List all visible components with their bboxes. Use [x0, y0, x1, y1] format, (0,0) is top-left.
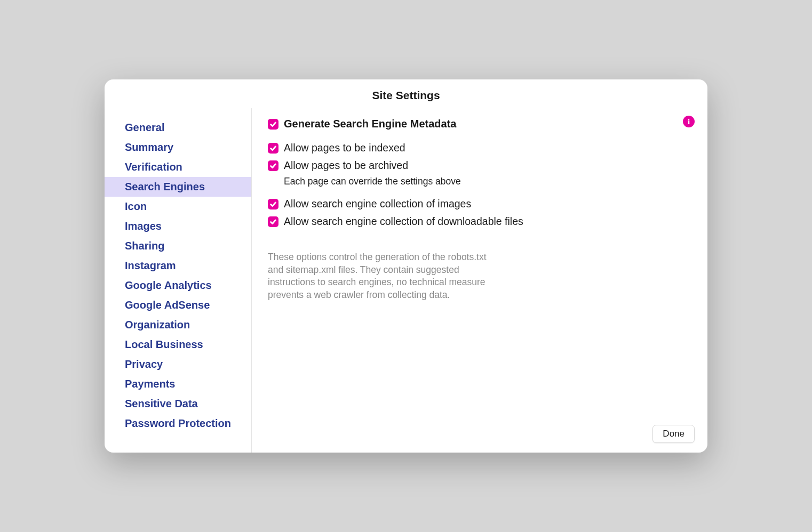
sidebar-item-google-adsense[interactable]: Google AdSense: [105, 295, 251, 315]
dialog-title: Site Settings: [105, 79, 707, 108]
sidebar-item-verification[interactable]: Verification: [105, 157, 251, 177]
sidebar-item-payments[interactable]: Payments: [105, 374, 251, 394]
generate-metadata-row: Generate Search Engine Metadata: [268, 118, 691, 130]
info-icon[interactable]: i: [683, 116, 695, 127]
allow-archived-checkbox[interactable]: [268, 160, 278, 171]
sidebar-item-privacy[interactable]: Privacy: [105, 354, 251, 374]
sidebar-item-instagram[interactable]: Instagram: [105, 256, 251, 276]
allow-indexed-label: Allow pages to be indexed: [284, 142, 405, 154]
generate-metadata-label: Generate Search Engine Metadata: [284, 118, 456, 130]
sidebar-item-icon[interactable]: Icon: [105, 197, 251, 216]
override-note: Each page can override the settings abov…: [284, 176, 691, 187]
sidebar-item-general[interactable]: General: [105, 118, 251, 138]
sidebar-item-google-analytics[interactable]: Google Analytics: [105, 276, 251, 295]
sidebar-item-search-engines[interactable]: Search Engines: [105, 177, 251, 197]
sidebar: General Summary Verification Search Engi…: [105, 108, 252, 453]
dialog-body: General Summary Verification Search Engi…: [105, 108, 707, 453]
sidebar-item-summary[interactable]: Summary: [105, 138, 251, 157]
done-button[interactable]: Done: [652, 425, 695, 443]
allow-indexed-row: Allow pages to be indexed: [268, 142, 691, 154]
checkmark-icon: [269, 162, 277, 170]
allow-archived-row: Allow pages to be archived: [268, 159, 691, 172]
content-pane: i Generate Search Engine Metadata Allow …: [252, 108, 707, 453]
sidebar-item-password-protection[interactable]: Password Protection: [105, 414, 251, 433]
allow-files-checkbox[interactable]: [268, 216, 278, 227]
checkmark-icon: [269, 120, 277, 128]
checkmark-icon: [269, 144, 277, 152]
description-text: These options control the generation of …: [268, 251, 492, 302]
allow-images-row: Allow search engine collection of images: [268, 198, 691, 210]
allow-files-row: Allow search engine collection of downlo…: [268, 215, 691, 228]
allow-images-checkbox[interactable]: [268, 199, 278, 209]
generate-metadata-checkbox[interactable]: [268, 119, 278, 130]
checkmark-icon: [269, 200, 277, 208]
allow-images-label: Allow search engine collection of images: [284, 198, 471, 210]
allow-indexed-checkbox[interactable]: [268, 143, 278, 154]
site-settings-dialog: Site Settings General Summary Verificati…: [105, 79, 707, 453]
sidebar-item-sharing[interactable]: Sharing: [105, 236, 251, 256]
allow-files-label: Allow search engine collection of downlo…: [284, 215, 523, 228]
sidebar-item-local-business[interactable]: Local Business: [105, 335, 251, 354]
sidebar-item-images[interactable]: Images: [105, 216, 251, 236]
checkmark-icon: [269, 218, 277, 225]
allow-archived-label: Allow pages to be archived: [284, 159, 408, 172]
sidebar-item-organization[interactable]: Organization: [105, 315, 251, 335]
sidebar-item-sensitive-data[interactable]: Sensitive Data: [105, 394, 251, 414]
